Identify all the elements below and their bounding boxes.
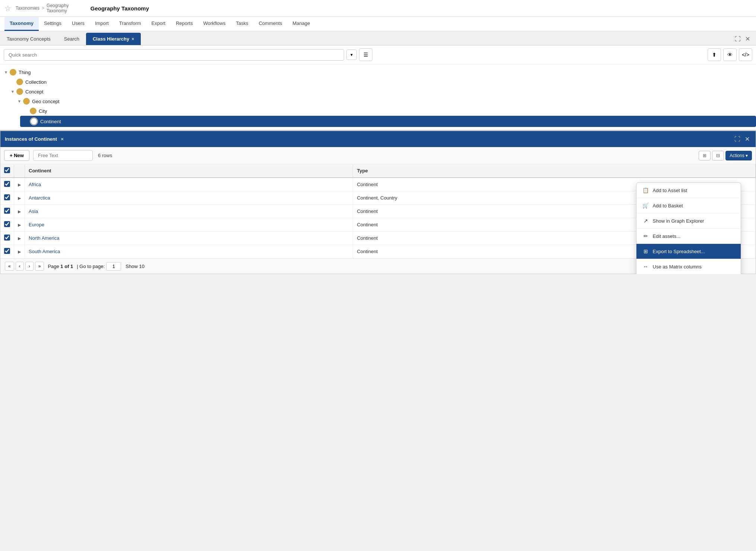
tree-node-concept[interactable]: ▼ Concept [7, 87, 756, 96]
label-city: City [39, 108, 47, 114]
menu-item-show-in-graph[interactable]: ↗ Show in Graph Explorer [636, 213, 741, 229]
instances-title: Instances of Continent [5, 136, 57, 142]
menu-item-add-to-basket[interactable]: 🛒 Add to Basket [636, 198, 741, 213]
instances-toolbar: + New 6 rows ⊞ ⊟ Actions ▾ [0, 147, 756, 164]
prev-page-btn[interactable]: ‹ [16, 262, 24, 271]
row-checkbox-antarctica[interactable] [4, 194, 10, 200]
search-dropdown-btn[interactable]: ▾ [346, 50, 357, 60]
upload-btn[interactable]: ⬆ [708, 48, 721, 61]
row-expand-north-america[interactable]: ▶ [18, 236, 21, 241]
nav-tab-taxonomy[interactable]: Taxonomy [4, 17, 39, 31]
breadcrumb-taxonomies[interactable]: Taxonomies [16, 6, 39, 11]
close-panel-icon[interactable]: ✕ [744, 34, 752, 44]
row-expand-south-america[interactable]: ▶ [18, 249, 21, 254]
page-label: Page 1 of 1 [48, 264, 73, 269]
row-expand-antarctica[interactable]: ▶ [18, 196, 21, 201]
code-btn[interactable]: </> [739, 48, 752, 61]
row-checkbox-asia[interactable] [4, 208, 10, 214]
instances-close-btn[interactable]: × [61, 136, 64, 142]
nav-tab-transform[interactable]: Transform [114, 17, 146, 31]
first-page-btn[interactable]: « [5, 262, 14, 271]
tab-taxonomy-concepts[interactable]: Taxonomy Concepts [0, 33, 57, 45]
search-input[interactable] [4, 49, 344, 61]
row-checkbox-africa[interactable] [4, 181, 10, 187]
menu-item-export-spreadsheet[interactable]: ⊞ Export to Spreadsheet... [636, 244, 741, 259]
toolbar-btn-actions[interactable]: Actions ▾ [725, 151, 752, 160]
instances-expand-icon[interactable]: ⛶ [733, 134, 742, 144]
page-input[interactable] [106, 262, 121, 271]
matrix-columns-icon: ↔ [642, 264, 649, 270]
row-expand-asia[interactable]: ▶ [18, 209, 21, 214]
menu-item-edit-assets[interactable]: ✏ Edit assets... [636, 229, 741, 244]
row-name-antarctica[interactable]: Antarctica [29, 195, 50, 201]
free-text-input[interactable] [33, 150, 93, 161]
asset-list-icon: 📋 [642, 187, 649, 193]
nav-tab-tasks[interactable]: Tasks [231, 17, 253, 31]
new-button[interactable]: + New [4, 150, 29, 161]
nav-tab-users[interactable]: Users [67, 17, 90, 31]
row-expand-europe[interactable]: ▶ [18, 223, 21, 227]
page-title: Geography Taxonomy [90, 5, 752, 12]
label-concept: Concept [25, 89, 43, 95]
toggle-geo-concept: ▼ [16, 99, 22, 103]
row-name-north-america[interactable]: North America [29, 235, 59, 241]
nav-tab-import[interactable]: Import [90, 17, 114, 31]
menu-label-export-spreadsheet: Export to Spreadsheet... [653, 249, 705, 254]
row-name-africa[interactable]: Africa [29, 182, 41, 187]
tree-node-geo-concept[interactable]: ▼ Geo concept [13, 96, 756, 106]
menu-label-edit-assets: Edit assets... [653, 233, 680, 239]
toggle-concept: ▼ [10, 89, 16, 94]
tree-node-collection[interactable]: Collection [7, 77, 756, 87]
list-view-btn[interactable]: ☰ [359, 48, 372, 61]
dot-continent [30, 117, 38, 125]
toolbar-btn-2[interactable]: ⊟ [712, 151, 724, 160]
dot-city [30, 108, 36, 114]
row-checkbox-europe[interactable] [4, 221, 10, 227]
label-continent: Continent [40, 119, 61, 124]
star-icon[interactable]: ☆ [4, 4, 11, 13]
row-name-asia[interactable]: Asia [29, 208, 38, 214]
row-checkbox-north-america[interactable] [4, 235, 10, 241]
last-page-btn[interactable]: » [35, 262, 44, 271]
breadcrumb-separator: > [42, 6, 44, 11]
visibility-btn[interactable]: 👁 [723, 48, 737, 61]
menu-label-matrix-columns: Use as Matrix columns [653, 264, 702, 270]
nav-tab-workflows[interactable]: Workflows [198, 17, 231, 31]
tree-node-city[interactable]: City [20, 106, 756, 116]
tab-class-hierarchy[interactable]: Class Hierarchy × [86, 33, 141, 45]
col-continent: Continent [25, 164, 353, 178]
menu-label-add-to-asset-list: Add to Asset list [653, 188, 687, 193]
spreadsheet-icon: ⊞ [642, 248, 649, 254]
label-collection: Collection [25, 79, 47, 85]
menu-item-add-to-asset-list[interactable]: 📋 Add to Asset list [636, 183, 741, 198]
nav-tab-manage[interactable]: Manage [288, 17, 315, 31]
next-page-btn[interactable]: › [25, 262, 34, 271]
toolbar-btn-1[interactable]: ⊞ [699, 151, 711, 160]
col-select-all[interactable] [0, 164, 14, 178]
dot-geo-concept [23, 98, 30, 105]
row-expand-africa[interactable]: ▶ [18, 182, 21, 187]
show-label: Show 10 [126, 264, 144, 269]
graph-icon: ↗ [642, 218, 649, 224]
tab-search[interactable]: Search [57, 33, 86, 45]
context-menu: 📋 Add to Asset list 🛒 Add to Basket ↗ Sh… [636, 182, 741, 274]
menu-item-matrix-columns[interactable]: ↔ Use as Matrix columns [636, 259, 741, 274]
nav-tab-reports[interactable]: Reports [171, 17, 198, 31]
row-count: 6 rows [98, 153, 112, 158]
tree-node-continent[interactable]: Continent [20, 116, 756, 127]
expand-icon[interactable]: ⛶ [733, 34, 742, 44]
nav-bar: Taxonomy Settings Users Import Transform… [0, 17, 756, 31]
tab-class-hierarchy-close[interactable]: × [131, 36, 134, 42]
nav-tab-export[interactable]: Export [146, 17, 171, 31]
nav-tab-settings[interactable]: Settings [39, 17, 67, 31]
dot-concept [16, 88, 23, 95]
label-thing: Thing [19, 70, 31, 75]
row-name-europe[interactable]: Europe [29, 222, 44, 227]
basket-icon: 🛒 [642, 203, 649, 208]
row-name-south-america[interactable]: South America [29, 249, 60, 254]
nav-tab-comments[interactable]: Comments [254, 17, 288, 31]
select-all-checkbox[interactable] [4, 167, 10, 173]
instances-close-icon[interactable]: ✕ [743, 134, 751, 144]
tree-node-thing[interactable]: ▼ Thing [0, 67, 756, 77]
row-checkbox-south-america[interactable] [4, 248, 10, 254]
